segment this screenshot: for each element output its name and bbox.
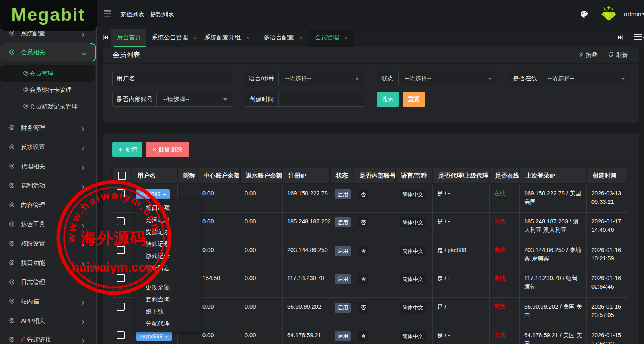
svg-text:海外源码: 海外源码 bbox=[80, 229, 146, 247]
svg-text:haiwaiym.com: haiwaiym.com bbox=[72, 260, 157, 274]
